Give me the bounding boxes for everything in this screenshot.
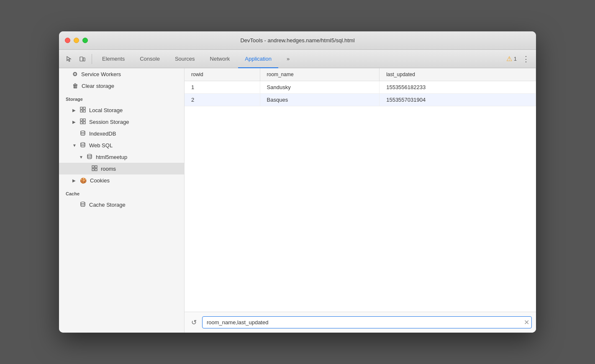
svg-point-11: [81, 142, 85, 144]
svg-rect-15: [92, 169, 94, 171]
tab-elements[interactable]: Elements: [95, 50, 131, 68]
svg-rect-0: [80, 57, 83, 61]
svg-rect-14: [95, 166, 97, 168]
svg-rect-1: [83, 58, 85, 61]
table-row: 2Basques1553557031904: [185, 94, 536, 106]
table-container: rowid room_name last_updated 1Sandusky15…: [185, 68, 536, 312]
cell-room_name: Basques: [260, 94, 380, 106]
arrow-down-icon: ▼: [72, 143, 77, 148]
cell-last_updated: 1553556182233: [380, 81, 536, 94]
sidebar-item-session-storage[interactable]: ▶ Session Storage: [59, 116, 184, 128]
warning-badge[interactable]: ⚠ 1: [506, 55, 517, 63]
sidebar-item-cache-storage[interactable]: Cache Storage: [59, 199, 184, 210]
db-icon: [80, 130, 86, 137]
table-header-row: rowid room_name last_updated: [185, 68, 536, 81]
right-panel: rowid room_name last_updated 1Sandusky15…: [185, 68, 536, 333]
sql-input-wrapper: ✕: [202, 316, 532, 328]
sql-bar: ↺ ✕: [185, 312, 536, 333]
sidebar-item-local-storage[interactable]: ▶ Local Storage: [59, 104, 184, 116]
toolbar-divider: [92, 54, 92, 64]
svg-point-17: [81, 202, 85, 203]
gear-icon: ⚙: [72, 71, 78, 77]
cell-rowid: 2: [185, 94, 260, 106]
db-icon: [80, 201, 86, 208]
table-row: 1Sandusky1553556182233: [185, 81, 536, 94]
sql-clear-button[interactable]: ✕: [524, 319, 529, 326]
tab-application[interactable]: Application: [238, 50, 278, 68]
svg-rect-8: [80, 122, 82, 124]
warning-icon: ⚠: [506, 55, 512, 63]
cell-last_updated: 1553557031904: [380, 94, 536, 106]
db-icon: [80, 142, 86, 149]
sidebar-item-service-workers[interactable]: ⚙ Service Workers: [59, 68, 184, 80]
arrow-icon: ▶: [72, 108, 77, 113]
sidebar: ⚙ Service Workers 🗑 Clear storage Storag…: [59, 68, 185, 333]
close-button[interactable]: [65, 38, 70, 43]
grid-icon: [80, 118, 86, 126]
devtools-window: DevTools - andrew.hedges.name/html5/sql.…: [59, 31, 536, 333]
device-toggle-icon[interactable]: [77, 53, 88, 65]
svg-rect-2: [80, 107, 82, 109]
grid-icon: [92, 165, 97, 172]
cell-rowid: 1: [185, 81, 260, 94]
sidebar-item-cookies[interactable]: ▶ 🍪 Cookies: [59, 174, 184, 186]
svg-rect-16: [95, 169, 97, 171]
sidebar-item-rooms[interactable]: rooms: [59, 163, 184, 174]
cursor-icon[interactable]: [63, 53, 75, 65]
toolbar-right: ⚠ 1 ⋮: [506, 53, 532, 65]
data-table: rowid room_name last_updated 1Sandusky15…: [185, 68, 536, 106]
refresh-button[interactable]: ↺: [189, 318, 199, 328]
svg-rect-5: [83, 110, 85, 112]
table-body: 1Sandusky15535561822332Basques1553557031…: [185, 81, 536, 106]
sidebar-item-html5meetup[interactable]: ▼ html5meetup: [59, 151, 184, 163]
arrow-icon: ▶: [72, 178, 77, 183]
arrow-icon: ▶: [72, 120, 77, 124]
toolbar: Elements Console Sources Network Applica…: [59, 50, 536, 68]
svg-point-10: [81, 131, 85, 132]
tab-console[interactable]: Console: [133, 50, 167, 68]
tab-sources[interactable]: Sources: [168, 50, 202, 68]
trash-icon: 🗑: [72, 82, 78, 89]
titlebar: DevTools - andrew.hedges.name/html5/sql.…: [59, 31, 536, 50]
tab-network[interactable]: Network: [203, 50, 237, 68]
svg-rect-9: [83, 122, 85, 124]
col-rowid: rowid: [185, 68, 260, 81]
svg-rect-4: [80, 110, 82, 112]
sidebar-item-clear-storage[interactable]: 🗑 Clear storage: [59, 80, 184, 92]
main-content: ⚙ Service Workers 🗑 Clear storage Storag…: [59, 68, 536, 333]
grid-icon: [80, 107, 86, 114]
sidebar-item-web-sql[interactable]: ▼ Web SQL: [59, 139, 184, 151]
col-last-updated: last_updated: [380, 68, 536, 81]
storage-section-header: Storage: [59, 92, 184, 104]
col-room-name: room_name: [260, 68, 380, 81]
sidebar-item-indexed-db[interactable]: IndexedDB: [59, 128, 184, 139]
svg-rect-3: [83, 107, 85, 109]
minimize-button[interactable]: [74, 38, 79, 43]
tab-more[interactable]: »: [280, 50, 296, 68]
more-options-button[interactable]: ⋮: [520, 53, 532, 65]
traffic-lights: [65, 38, 88, 43]
arrow-down-icon: ▼: [79, 155, 83, 159]
cache-section-header: Cache: [59, 186, 184, 199]
cell-room_name: Sandusky: [260, 81, 380, 94]
sql-input[interactable]: [202, 316, 532, 328]
svg-rect-6: [80, 119, 82, 121]
window-title: DevTools - andrew.hedges.name/html5/sql.…: [240, 37, 354, 44]
cookie-icon: 🍪: [80, 177, 87, 184]
db-icon: [87, 154, 92, 161]
svg-rect-7: [83, 119, 85, 121]
svg-point-12: [87, 154, 92, 156]
svg-rect-13: [92, 166, 94, 168]
maximize-button[interactable]: [82, 38, 88, 43]
